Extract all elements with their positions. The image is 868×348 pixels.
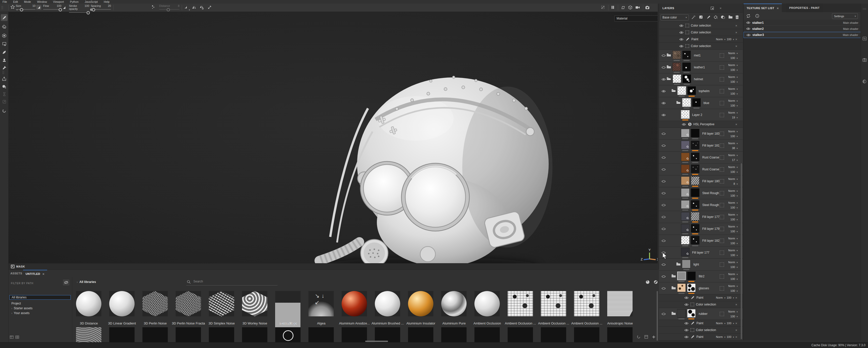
mask-link-icon[interactable] [720, 54, 724, 58]
opacity-dropdown[interactable]: 100 ▾ [728, 241, 738, 246]
slider-knob[interactable] [87, 11, 90, 14]
filter-item-starter-assets[interactable]: ›Starter assets [9, 306, 71, 311]
mask-link-icon[interactable] [720, 312, 724, 316]
float-window-icon[interactable] [711, 7, 714, 10]
visibility-toggle-icon[interactable] [661, 287, 666, 290]
asset-tile[interactable] [474, 291, 500, 316]
smart-materials-filter-icon[interactable] [654, 280, 658, 284]
viewport-3d[interactable]: Z Y X Material ▾ [8, 12, 658, 263]
asset-tile[interactable] [507, 291, 533, 316]
asset-tile[interactable] [275, 291, 301, 316]
layer-thumbnail[interactable] [677, 86, 686, 95]
visibility-toggle-icon[interactable] [684, 322, 689, 325]
asset-tile[interactable] [176, 291, 201, 316]
add-filter-icon[interactable] [699, 15, 703, 19]
visibility-toggle-icon[interactable] [684, 303, 689, 306]
asset-tile[interactable] [209, 291, 234, 316]
layer-thumbnail[interactable] [681, 110, 690, 119]
layer-thumbnail[interactable] [681, 188, 690, 197]
delete-layer-icon[interactable] [735, 15, 739, 19]
mask-thumbnail[interactable] [691, 200, 700, 209]
hide-filters-button[interactable] [63, 279, 69, 285]
symmetry-settings-icon[interactable] [199, 5, 204, 10]
opacity-dropdown[interactable]: 100 ▾ [728, 265, 738, 270]
visibility-toggle-icon[interactable] [661, 275, 666, 278]
asset-tile-partial[interactable] [275, 327, 301, 342]
param-slider[interactable] [159, 9, 179, 10]
blend-mode-dropdown[interactable]: Norm ▾ [716, 38, 725, 41]
asset-tile-partial[interactable] [143, 327, 168, 342]
visibility-toggle-icon[interactable] [684, 297, 689, 299]
layer-row[interactable]: filtr2Norm ▾100 ▾ [659, 271, 743, 282]
layer-row[interactable]: lightNorm ▾100 ▾ [659, 259, 743, 271]
layer-row[interactable]: tophelmNorm ▾100 ▾ [659, 85, 743, 97]
polygon-fill-tool-button[interactable] [1, 40, 8, 47]
opacity-dropdown[interactable]: 100 ▾ [728, 56, 738, 61]
remove-effect-icon[interactable]: × [735, 328, 737, 332]
param-slider[interactable] [69, 12, 89, 13]
mask-thumbnail[interactable] [691, 212, 700, 221]
effect-row[interactable]: PaintNorm ▾100 ▾× [659, 294, 743, 301]
close-panel-icon[interactable]: × [719, 6, 721, 10]
camera-view-icon[interactable] [636, 6, 640, 9]
layer-thumbnail[interactable] [677, 283, 686, 292]
mask-link-icon[interactable] [720, 132, 724, 136]
asset-tile[interactable] [441, 291, 467, 316]
param-flow[interactable]: Flow100 [43, 4, 61, 11]
menu-edit[interactable]: Edit [13, 0, 18, 3]
layer-thumbnail[interactable] [681, 165, 690, 173]
visibility-toggle-icon[interactable] [661, 216, 666, 218]
asset-tile-partial[interactable] [76, 327, 101, 342]
horizontal-scrollbar[interactable] [365, 341, 388, 342]
paint-tool-button[interactable] [1, 14, 8, 21]
param-stroke-opacity[interactable]: Stroke opacity100 [69, 4, 89, 11]
layer-thumbnail[interactable] [672, 63, 681, 71]
blend-mode-dropdown[interactable]: Norm ▾ [728, 86, 738, 91]
folder-closed-icon[interactable] [666, 53, 671, 57]
opacity-dropdown[interactable]: 100 ▾ [728, 288, 738, 293]
mask-thumbnail[interactable] [691, 224, 700, 233]
breadcrumb[interactable]: › All libraries [77, 280, 96, 284]
layer-row[interactable]: rubberNorm ▾100 ▾ [659, 308, 743, 320]
remove-effect-icon[interactable]: × [735, 37, 737, 41]
visibility-toggle-icon[interactable] [661, 114, 666, 116]
visibility-toggle-icon[interactable] [661, 78, 666, 81]
visibility-toggle-icon[interactable] [661, 239, 666, 242]
layer-thumbnail[interactable] [681, 141, 690, 149]
asset-tile-partial[interactable] [375, 327, 400, 342]
channel-dropdown[interactable]: Base color ▾ [660, 14, 689, 21]
layer-thumbnail[interactable] [681, 224, 690, 233]
slider-knob[interactable] [167, 8, 170, 11]
param-slider[interactable] [91, 9, 111, 10]
asset-tile[interactable] [308, 291, 334, 316]
mask-thumbnail[interactable] [687, 86, 696, 95]
visibility-toggle-icon[interactable] [661, 192, 666, 195]
opacity-dropdown[interactable]: 100 ▾ [726, 38, 734, 41]
texture-set-row[interactable]: stalker2Main shader [744, 26, 861, 32]
mask-link-icon[interactable] [720, 263, 724, 267]
mask-thumbnail[interactable] [692, 98, 701, 107]
layer-row[interactable]: Rust CoarseNorm ▾17 ▾ [659, 151, 743, 164]
scatter-icon[interactable] [152, 5, 155, 9]
visibility-toggle-icon[interactable] [746, 34, 751, 36]
assets-add-icon[interactable] [652, 335, 655, 339]
layer-row[interactable]: glassesNorm ▾100 ▾ [659, 282, 743, 294]
mask-link-icon[interactable] [720, 250, 724, 255]
texture-set-row[interactable]: stalker1Main shader [744, 20, 861, 26]
blend-mode-dropdown[interactable]: Norm ▾ [728, 212, 738, 217]
blend-mode-dropdown[interactable]: Norm ▾ [728, 129, 738, 134]
opacity-dropdown[interactable]: 19 ▾ [728, 115, 738, 120]
blend-mode-dropdown[interactable]: Norm ▾ [728, 165, 738, 170]
blend-mode-dropdown[interactable]: Norm ▾ [728, 110, 738, 115]
asset-tile-partial[interactable] [441, 327, 467, 342]
asset-tile-partial[interactable] [209, 327, 234, 342]
visibility-toggle-icon[interactable] [661, 204, 666, 207]
menu-file[interactable]: File [3, 0, 7, 3]
asset-tile[interactable] [574, 291, 599, 316]
param-distance[interactable]: Distance8 [159, 4, 179, 11]
display-settings-icon[interactable] [862, 36, 867, 41]
remove-effect-icon[interactable]: × [735, 123, 737, 126]
tab-assets[interactable]: ASSETS [10, 270, 22, 277]
mask-panel-bar[interactable]: MASK [8, 263, 658, 270]
visibility-toggle-icon[interactable] [684, 336, 689, 338]
